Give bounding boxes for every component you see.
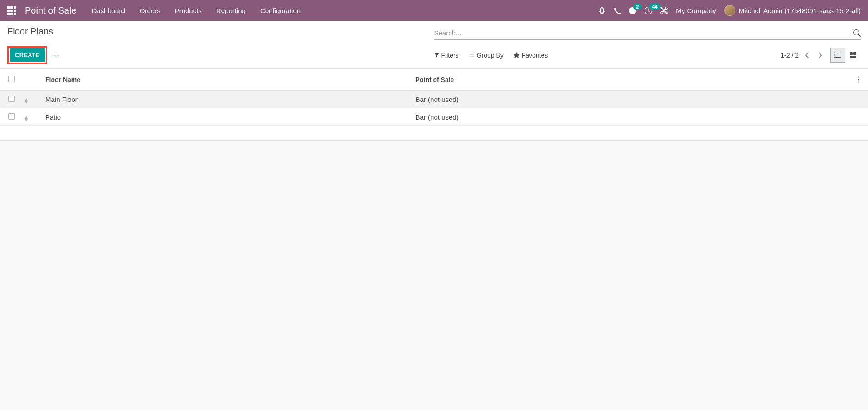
optional-columns-icon[interactable]: ⋮	[855, 76, 863, 83]
cp-bottom: Create Filters Group By Favorites	[7, 46, 861, 64]
cp-bottom-right: Filters Group By Favorites 1-2 / 2	[434, 48, 861, 63]
breadcrumb: Floor Plans	[7, 26, 53, 37]
pager-value[interactable]: 1-2 / 2	[781, 52, 799, 59]
groupby-button[interactable]: Group By	[469, 52, 504, 59]
phone-icon[interactable]	[614, 7, 621, 14]
cp-right: 1-2 / 2	[781, 48, 861, 63]
cp-top: Floor Plans	[7, 26, 861, 40]
nav-configuration[interactable]: Configuration	[260, 7, 301, 14]
favorites-label: Favorites	[522, 52, 548, 59]
cell-pos: Bar (not used)	[411, 91, 850, 108]
list-view: Floor Name Point of Sale ⋮ ▲▼ Main Floor…	[0, 69, 868, 141]
table-footer	[0, 126, 868, 141]
navbar-left: Point of Sale Dashboard Orders Products …	[7, 5, 301, 16]
drag-handle-icon[interactable]: ▲▼	[24, 99, 29, 103]
nav-reporting[interactable]: Reporting	[216, 7, 246, 14]
filter-group: Filters Group By Favorites	[434, 52, 548, 59]
list-view-button[interactable]	[830, 48, 846, 63]
col-pos[interactable]: Point of Sale	[411, 69, 850, 91]
pager-next-icon[interactable]	[818, 52, 822, 58]
user-menu[interactable]: Mitchell Admin (17548091-saas-15-2-all)	[724, 5, 861, 16]
app-title[interactable]: Point of Sale	[25, 5, 76, 16]
cp-bottom-left: Create	[7, 46, 434, 64]
drag-handle-icon[interactable]: ▲▼	[24, 116, 29, 121]
apps-icon[interactable]	[7, 6, 16, 15]
search-icon[interactable]	[853, 29, 861, 37]
import-icon[interactable]	[53, 52, 59, 58]
row-checkbox[interactable]	[8, 96, 15, 102]
view-switcher	[830, 48, 861, 63]
control-panel: Floor Plans Create Filters	[0, 21, 868, 69]
svg-point-0	[834, 52, 835, 53]
col-floor-name[interactable]: Floor Name	[41, 69, 411, 91]
nav-dashboard[interactable]: Dashboard	[92, 7, 125, 14]
activities-badge: 44	[649, 4, 660, 10]
svg-rect-3	[850, 52, 853, 55]
cell-floor-name: Main Floor	[41, 91, 411, 108]
tools-icon[interactable]	[660, 7, 668, 14]
company-selector[interactable]: My Company	[676, 7, 716, 14]
table: Floor Name Point of Sale ⋮ ▲▼ Main Floor…	[0, 69, 868, 141]
navbar: Point of Sale Dashboard Orders Products …	[0, 0, 868, 21]
nav-orders[interactable]: Orders	[140, 7, 160, 14]
pager-nav	[805, 52, 822, 58]
favorites-button[interactable]: Favorites	[514, 52, 548, 59]
select-all-checkbox[interactable]	[8, 76, 15, 82]
filters-button[interactable]: Filters	[434, 52, 459, 59]
kanban-view-button[interactable]	[845, 48, 861, 63]
create-button[interactable]: Create	[10, 48, 45, 62]
user-name: Mitchell Admin (17548091-saas-15-2-all)	[739, 7, 861, 14]
search-input[interactable]	[434, 28, 854, 38]
navbar-right: 2 44 My Company Mitchell Admin (17548091…	[598, 5, 861, 16]
search-box[interactable]	[434, 26, 861, 40]
cell-floor-name: Patio	[41, 108, 411, 126]
row-checkbox[interactable]	[8, 113, 15, 120]
pager-prev-icon[interactable]	[805, 52, 810, 58]
svg-rect-4	[853, 52, 856, 55]
messages-icon[interactable]: 2	[629, 7, 636, 14]
table-header-row: Floor Name Point of Sale ⋮	[0, 69, 868, 91]
create-highlight: Create	[7, 46, 47, 64]
pager: 1-2 / 2	[781, 52, 822, 59]
groupby-label: Group By	[477, 52, 504, 59]
debug-icon[interactable]	[598, 7, 606, 14]
activities-icon[interactable]: 44	[645, 7, 652, 14]
filters-label: Filters	[441, 52, 459, 59]
svg-rect-5	[850, 56, 853, 58]
nav-menu: Dashboard Orders Products Reporting Conf…	[92, 7, 301, 14]
avatar	[724, 5, 735, 16]
svg-point-1	[834, 54, 835, 55]
table-row[interactable]: ▲▼ Patio Bar (not used)	[0, 108, 868, 126]
cell-pos: Bar (not used)	[411, 108, 850, 126]
svg-rect-6	[853, 56, 856, 58]
svg-point-2	[834, 57, 835, 58]
messages-badge: 2	[633, 4, 641, 10]
nav-products[interactable]: Products	[175, 7, 202, 14]
table-row[interactable]: ▲▼ Main Floor Bar (not used)	[0, 91, 868, 108]
